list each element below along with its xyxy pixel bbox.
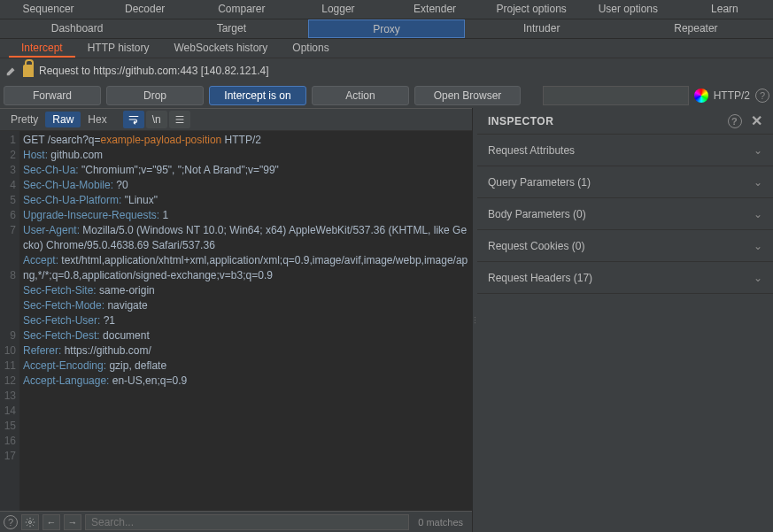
tab-sequencer[interactable]: Sequencer bbox=[0, 0, 97, 19]
editor-search-input[interactable] bbox=[85, 514, 409, 530]
tab-comparer[interactable]: Comparer bbox=[193, 0, 290, 19]
chevron-down-icon: ⌄ bbox=[754, 240, 762, 252]
subtab-websockets-history[interactable]: WebSockets history bbox=[162, 39, 281, 58]
help-icon[interactable]: ? bbox=[728, 114, 742, 128]
inspector-section-body-parameters-0-[interactable]: Body Parameters (0)⌄ bbox=[477, 198, 773, 230]
next-match-icon[interactable]: → bbox=[64, 514, 81, 530]
view-mode-bar: PrettyRawHex \n bbox=[0, 108, 472, 131]
subtab-options[interactable]: Options bbox=[280, 39, 341, 58]
drop-button[interactable]: Drop bbox=[106, 86, 204, 105]
proxy-subtabs: InterceptHTTP historyWebSockets historyO… bbox=[0, 39, 773, 58]
svg-point-0 bbox=[29, 520, 32, 523]
inspector-title: INSPECTOR bbox=[488, 115, 553, 127]
edit-icon bbox=[5, 65, 18, 77]
open-browser-button[interactable]: Open Browser bbox=[414, 86, 521, 105]
intercept-toggle-button[interactable]: Intercept is on bbox=[209, 86, 306, 105]
inspector-panel: INSPECTOR ? ✕ Request Attributes⌄Query P… bbox=[477, 108, 773, 532]
tab-intruder[interactable]: Intruder bbox=[465, 19, 619, 38]
http-editor[interactable]: 1234567 8 91011121314151617 GET /search?… bbox=[0, 131, 472, 511]
tab-extender[interactable]: Extender bbox=[387, 0, 483, 19]
forward-button[interactable]: Forward bbox=[4, 86, 101, 105]
inspector-section-query-parameters-1-[interactable]: Query Parameters (1)⌄ bbox=[477, 166, 773, 198]
chevron-down-icon: ⌄ bbox=[754, 176, 762, 189]
request-label: Request to https://github.com:443 [140.8… bbox=[39, 65, 269, 77]
viewtab-hex[interactable]: Hex bbox=[81, 112, 113, 127]
subtab-intercept[interactable]: Intercept bbox=[9, 39, 75, 58]
editor-status-bar: ? ← → 0 matches bbox=[0, 511, 472, 532]
top-tabs-row1: SequencerDecoderComparerLoggerExtenderPr… bbox=[0, 0, 773, 19]
section-label: Query Parameters (1) bbox=[488, 176, 591, 189]
chevron-down-icon: ⌄ bbox=[754, 272, 762, 284]
subtab-http-history[interactable]: HTTP history bbox=[75, 39, 162, 58]
http-version-label: HTTP/2 bbox=[714, 89, 750, 102]
inspector-section-request-cookies-0-[interactable]: Request Cookies (0)⌄ bbox=[477, 230, 773, 262]
match-count-label: 0 matches bbox=[413, 517, 468, 528]
tab-logger[interactable]: Logger bbox=[290, 0, 386, 19]
wrap-lines-icon[interactable] bbox=[123, 111, 144, 128]
help-icon[interactable]: ? bbox=[4, 515, 18, 529]
action-button-bar: Forward Drop Intercept is on Action Open… bbox=[0, 83, 773, 108]
show-nonprintable-icon[interactable]: \n bbox=[146, 111, 167, 128]
tab-project-options[interactable]: Project options bbox=[483, 0, 580, 19]
viewtab-pretty[interactable]: Pretty bbox=[4, 112, 45, 127]
line-number-gutter: 1234567 8 91011121314151617 bbox=[0, 131, 19, 511]
section-label: Request Attributes bbox=[488, 144, 575, 157]
inspector-section-request-attributes[interactable]: Request Attributes⌄ bbox=[477, 135, 773, 166]
tab-decoder[interactable]: Decoder bbox=[97, 0, 193, 19]
help-icon[interactable]: ? bbox=[755, 89, 769, 103]
section-label: Body Parameters (0) bbox=[488, 208, 586, 220]
tab-proxy[interactable]: Proxy bbox=[308, 19, 464, 38]
tab-repeater[interactable]: Repeater bbox=[619, 19, 773, 38]
chevron-down-icon: ⌄ bbox=[754, 208, 762, 220]
chevron-down-icon: ⌄ bbox=[754, 144, 762, 157]
request-info-bar: Request to https://github.com:443 [140.8… bbox=[0, 58, 773, 83]
inspector-title-bar: INSPECTOR ? ✕ bbox=[477, 108, 773, 135]
prev-match-icon[interactable]: ← bbox=[43, 514, 60, 530]
top-tabs-row2: DashboardTargetProxyIntruderRepeater bbox=[0, 19, 773, 39]
section-label: Request Cookies (0) bbox=[488, 240, 584, 252]
inspector-section-request-headers-17-[interactable]: Request Headers (17)⌄ bbox=[477, 262, 773, 294]
viewtab-raw[interactable]: Raw bbox=[45, 112, 81, 127]
gear-icon[interactable] bbox=[21, 514, 39, 530]
tab-dashboard[interactable]: Dashboard bbox=[0, 19, 154, 38]
action-button[interactable]: Action bbox=[312, 86, 409, 105]
section-label: Request Headers (17) bbox=[488, 272, 592, 284]
lock-icon bbox=[23, 65, 34, 77]
hamburger-icon[interactable] bbox=[169, 111, 190, 128]
tab-target[interactable]: Target bbox=[154, 19, 308, 38]
highlight-color-icon[interactable] bbox=[694, 89, 708, 103]
http-code[interactable]: GET /search?q=example-payload-position H… bbox=[19, 131, 472, 511]
editor-pane: PrettyRawHex \n 1234567 8 91011121314151… bbox=[0, 108, 473, 532]
quick-search-input[interactable] bbox=[543, 86, 689, 105]
tab-user-options[interactable]: User options bbox=[580, 0, 676, 19]
tab-learn[interactable]: Learn bbox=[676, 0, 773, 19]
close-icon[interactable]: ✕ bbox=[742, 112, 763, 129]
